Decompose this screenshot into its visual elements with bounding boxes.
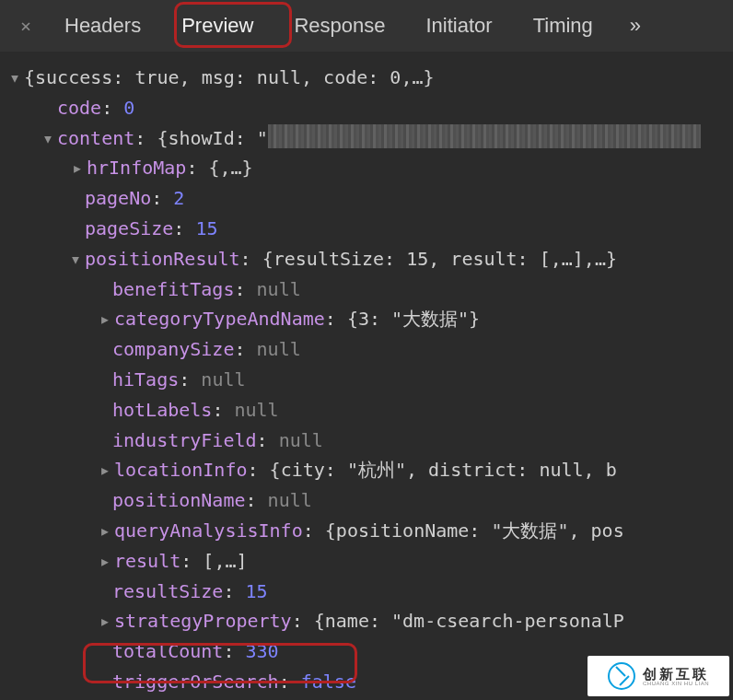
prop-positionresult[interactable]: positionResult: {resultSize: 15, result:… (7, 244, 733, 274)
prop-pagesize[interactable]: pageSize: 15 (7, 214, 733, 244)
watermark-mark-icon (608, 662, 635, 690)
prop-resultsize[interactable]: resultSize: 15 (7, 577, 733, 607)
toggle-icon[interactable] (41, 123, 55, 154)
root-object[interactable]: {success: true, msg: null, code: 0,…} (7, 63, 733, 93)
prop-industryfield[interactable]: industryField: null (7, 426, 733, 456)
prop-locationinfo[interactable]: locationInfo: {city: "杭州", district: nul… (7, 455, 733, 485)
root-summary: {success: true, msg: null, code: 0,…} (24, 66, 435, 88)
more-tabs-icon[interactable]: » (613, 5, 657, 47)
prop-strategyproperty[interactable]: strategyProperty: {name: "dm-csearch-per… (7, 606, 733, 636)
tab-initiator[interactable]: Initiator (405, 5, 512, 47)
prop-hrinfomap[interactable]: hrInfoMap: {,…} (7, 153, 733, 183)
prop-companysize[interactable]: companySize: null (7, 334, 733, 365)
prop-pageno[interactable]: pageNo: 2 (7, 183, 733, 214)
toggle-icon[interactable] (7, 63, 22, 93)
prop-result[interactable]: result: [,…] (7, 546, 733, 577)
watermark-logo: 创新互联 CHUANG XIN HU LIAN (588, 656, 729, 696)
toggle-icon[interactable] (98, 304, 112, 334)
devtools-panel-tabbar: × Headers Preview Response Initiator Tim… (0, 0, 733, 52)
toggle-icon[interactable] (98, 606, 112, 636)
toggle-icon[interactable] (70, 153, 85, 183)
tab-preview[interactable]: Preview (161, 5, 273, 47)
prop-code[interactable]: code: 0 (7, 93, 733, 123)
prop-hitags[interactable]: hiTags: null (7, 365, 733, 395)
toggle-icon[interactable] (68, 244, 83, 274)
prop-benefittags[interactable]: benefitTags: null (7, 274, 733, 305)
toggle-icon[interactable] (98, 455, 112, 485)
tab-response[interactable]: Response (273, 5, 405, 47)
redacted-showid (268, 124, 701, 148)
watermark-text-cn: 创新互联 (643, 667, 709, 681)
toggle-icon[interactable] (98, 516, 112, 546)
tab-timing[interactable]: Timing (513, 5, 613, 47)
prop-positionname[interactable]: positionName: null (7, 485, 733, 516)
watermark-text-en: CHUANG XIN HU LIAN (643, 681, 709, 686)
prop-hotlabels[interactable]: hotLabels: null (7, 395, 733, 426)
json-preview-tree: {success: true, msg: null, code: 0,…} co… (0, 52, 733, 697)
prop-categorytypeandname[interactable]: categoryTypeAndName: {3: "大数据"} (7, 304, 733, 334)
prop-content[interactable]: content: {showId: " (7, 123, 733, 154)
prop-queryanalysisinfo[interactable]: queryAnalysisInfo: {positionName: "大数据",… (7, 516, 733, 546)
toggle-icon[interactable] (98, 546, 112, 577)
close-icon[interactable]: × (7, 15, 44, 37)
tab-headers[interactable]: Headers (44, 5, 161, 47)
